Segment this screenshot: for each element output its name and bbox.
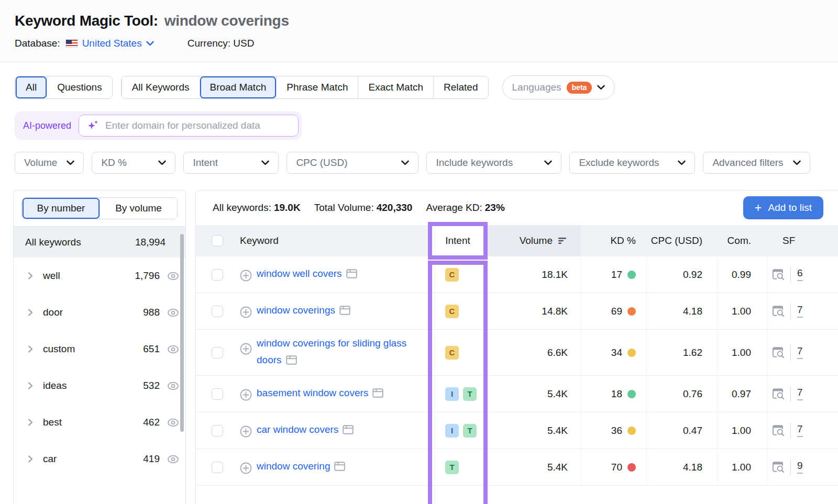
cpc-value: 0.47 — [646, 412, 717, 449]
row-checkbox[interactable] — [212, 269, 223, 281]
serp-features-preview-icon[interactable] — [771, 461, 785, 474]
chevron-right-icon[interactable] — [26, 455, 35, 463]
chevron-right-icon[interactable] — [26, 382, 35, 390]
chevron-right-icon[interactable] — [26, 418, 35, 427]
add-keyword-icon[interactable] — [240, 270, 252, 282]
column-header-sf[interactable]: SF — [767, 225, 838, 256]
keyword-group-row[interactable]: best 462 — [14, 404, 185, 441]
eye-icon[interactable] — [167, 308, 179, 317]
add-keyword-icon[interactable] — [240, 306, 252, 318]
filter-label: KD % — [101, 157, 127, 169]
column-header-keyword[interactable]: Keyword — [234, 225, 432, 256]
add-to-list-button[interactable]: + Add to list — [743, 196, 823, 219]
sf-count[interactable]: 7 — [797, 346, 803, 360]
serp-preview-icon[interactable] — [343, 423, 354, 440]
tab-scope[interactable]: All — [15, 76, 47, 98]
add-keyword-icon[interactable] — [240, 425, 252, 438]
keyword-link[interactable]: window well covers — [257, 268, 342, 279]
select-all-checkbox[interactable] — [212, 235, 223, 247]
ai-powered-container: AI-powered — [15, 111, 302, 140]
row-checkbox[interactable] — [212, 462, 223, 473]
sidebar-sort-option[interactable]: By volume — [100, 198, 177, 219]
volume-value: 5.4K — [484, 376, 581, 412]
sidebar-scrollbar[interactable] — [180, 234, 184, 432]
filter-dropdown[interactable]: KD % — [92, 152, 175, 174]
all-keywords-row[interactable]: All keywords 18,994 — [14, 226, 185, 257]
tab-match-type[interactable]: All Keywords — [122, 76, 200, 98]
eye-icon[interactable] — [167, 418, 179, 427]
row-checkbox[interactable] — [212, 425, 223, 436]
kd-cell: 17 — [581, 256, 646, 293]
volume-value: 14.8K — [484, 293, 581, 329]
tab-match-type[interactable]: Related — [433, 76, 488, 98]
row-checkbox[interactable] — [212, 347, 223, 359]
serp-preview-icon[interactable] — [286, 353, 297, 370]
keyword-group-row[interactable]: well 1,796 — [14, 257, 185, 294]
total-volume-value: 420,330 — [377, 202, 413, 213]
filter-label: Advanced filters — [712, 157, 783, 169]
chevron-right-icon[interactable] — [26, 345, 35, 353]
chevron-down-icon — [544, 160, 552, 165]
row-checkbox[interactable] — [212, 306, 223, 317]
add-keyword-icon[interactable] — [240, 389, 252, 401]
database-selector[interactable]: United States — [82, 38, 154, 49]
kd-difficulty-dot — [627, 271, 636, 279]
keyword-link[interactable]: basement window covers — [257, 387, 368, 398]
serp-features-preview-icon[interactable] — [771, 305, 785, 318]
ai-powered-row: AI-powered — [15, 111, 823, 140]
filter-dropdown[interactable]: Include keywords — [426, 152, 561, 174]
eye-icon[interactable] — [167, 382, 179, 390]
sidebar-sort-option[interactable]: By number — [22, 198, 100, 219]
serp-features-preview-icon[interactable] — [771, 388, 785, 400]
add-keyword-icon[interactable] — [240, 462, 252, 474]
sf-count[interactable]: 7 — [797, 424, 803, 438]
sf-cell: 7 — [767, 376, 838, 412]
column-header-kd[interactable]: KD % — [581, 225, 646, 256]
keyword-link[interactable]: window covering — [257, 461, 330, 472]
eye-icon[interactable] — [167, 345, 179, 354]
sf-count[interactable]: 9 — [797, 461, 803, 474]
serp-preview-icon[interactable] — [339, 304, 350, 320]
languages-label: Languages — [512, 82, 561, 93]
cpc-value: 4.18 — [646, 293, 717, 329]
tab-scope[interactable]: Questions — [47, 76, 112, 98]
filter-dropdown[interactable]: CPC (USD) — [286, 152, 418, 174]
keyword-group-row[interactable]: custom 651 — [14, 331, 185, 367]
eye-icon[interactable] — [167, 455, 179, 464]
column-header-com[interactable]: Com. — [717, 225, 767, 256]
serp-preview-icon[interactable] — [346, 267, 357, 284]
column-header-volume[interactable]: Volume — [484, 225, 581, 256]
serp-features-preview-icon[interactable] — [771, 424, 785, 437]
keyword-link[interactable]: window coverings — [257, 305, 335, 316]
keyword-group-row[interactable]: door 988 — [14, 294, 185, 331]
filter-dropdown[interactable]: Advanced filters — [703, 152, 810, 174]
filter-dropdown[interactable]: Volume — [15, 152, 84, 174]
sf-count[interactable]: 7 — [797, 305, 803, 318]
row-checkbox[interactable] — [212, 388, 223, 400]
column-header-cpc[interactable]: CPC (USD) — [646, 225, 717, 256]
keyword-group-row[interactable]: car 419 — [14, 441, 185, 477]
sf-count[interactable]: 7 — [797, 387, 803, 401]
sf-count[interactable]: 6 — [797, 268, 803, 282]
serp-preview-icon[interactable] — [372, 386, 383, 403]
serp-features-preview-icon[interactable] — [771, 346, 785, 359]
serp-features-preview-icon[interactable] — [771, 268, 785, 281]
keyword-link[interactable]: car window covers — [257, 424, 338, 435]
keyword-link[interactable]: window coverings for sliding glass doors — [257, 338, 406, 365]
table-body: window well covers C 18.1K 17 0.92 0.99 — [196, 256, 838, 486]
tab-match-type[interactable]: Exact Match — [358, 76, 433, 98]
domain-input[interactable] — [105, 120, 291, 131]
chevron-right-icon[interactable] — [26, 272, 35, 280]
tab-match-type[interactable]: Phrase Match — [276, 76, 358, 98]
intent-cell: C — [432, 256, 484, 293]
chevron-right-icon[interactable] — [26, 308, 35, 317]
filter-dropdown[interactable]: Exclude keywords — [569, 152, 695, 174]
keyword-group-row[interactable]: ideas 532 — [14, 367, 185, 404]
filter-dropdown[interactable]: Intent — [183, 152, 279, 174]
tab-match-type[interactable]: Broad Match — [200, 76, 277, 98]
eye-icon[interactable] — [167, 272, 179, 281]
add-keyword-icon[interactable] — [240, 343, 252, 355]
column-header-intent[interactable]: Intent — [432, 225, 484, 256]
languages-dropdown[interactable]: Languages beta — [502, 75, 615, 99]
serp-preview-icon[interactable] — [334, 460, 345, 476]
